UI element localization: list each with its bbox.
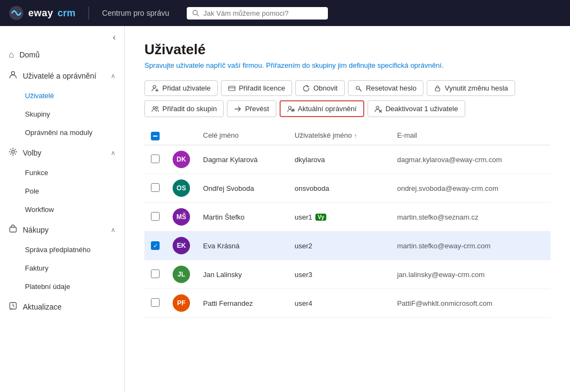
obnovit-label: Obnovit xyxy=(313,84,338,92)
row-avatar-cell: JL xyxy=(166,260,197,289)
row-username: dkylarova xyxy=(288,145,391,174)
top-header: eway crm Centrum pro správu xyxy=(0,0,570,26)
add-user-icon xyxy=(151,85,159,92)
chevron-up-icon: ∧ xyxy=(111,72,116,80)
resetovat-button[interactable]: Resetovat heslo xyxy=(348,80,423,96)
row-name: Eva Krásná xyxy=(197,232,288,260)
sidebar-item-domu[interactable]: ⌂ Domů xyxy=(0,44,124,65)
sidebar-toggle-area: ‹ xyxy=(0,26,124,44)
transfer-icon xyxy=(234,105,242,113)
sidebar-toggle-button[interactable]: ‹ xyxy=(113,33,116,42)
obnovit-button[interactable]: Obnovit xyxy=(295,80,345,96)
row-username: user1Vy xyxy=(288,203,391,232)
lock-icon xyxy=(434,85,441,92)
row-email: martin.stefko@seznam.cz xyxy=(390,203,550,232)
sidebar-item-nakupy[interactable]: Nákupy ∧ xyxy=(0,219,124,241)
aktualni-opravneni-button[interactable]: Aktuální oprávnění xyxy=(280,100,364,117)
sidebar-item-uzivatele-opravneni[interactable]: Uživatelé a oprávnění ∧ xyxy=(0,65,124,87)
priradit-skupiny-button[interactable]: Přiřadit do skupin xyxy=(144,100,224,117)
row-checkbox[interactable] xyxy=(151,298,160,307)
deactivate-icon xyxy=(375,105,382,113)
page-subtitle: Spravujte uživatele napříč vaší firmou. … xyxy=(144,61,550,69)
sidebar-sub-uzivatele[interactable]: Uživatelé xyxy=(0,87,124,105)
sidebar-item-volby[interactable]: Volby ∧ xyxy=(0,142,124,164)
sidebar-sub-funkce[interactable]: Funkce xyxy=(0,164,124,182)
row-email: dagmar.kylarova@eway-crm.com xyxy=(390,145,550,174)
svg-point-18 xyxy=(376,106,379,109)
row-checkbox-checked[interactable]: ✓ xyxy=(151,241,160,250)
avatar: OS xyxy=(173,179,190,197)
row-avatar-cell: OS xyxy=(166,174,197,203)
search-box[interactable] xyxy=(187,7,328,20)
sidebar-item-aktualizace[interactable]: Aktualizace xyxy=(0,296,124,318)
row-checkbox-cell xyxy=(144,145,166,174)
chevron-up-icon3: ∧ xyxy=(111,226,116,234)
svg-point-4 xyxy=(12,151,15,153)
username-sort[interactable]: Uživatelské jméno ↑ xyxy=(295,131,357,139)
priradit-licence-button[interactable]: Přiřadit licence xyxy=(221,80,292,96)
row-avatar-cell: MŠ xyxy=(166,203,197,232)
row-checkbox[interactable] xyxy=(151,183,160,192)
avatar: DK xyxy=(173,151,190,168)
sidebar-sub-faktury[interactable]: Faktury xyxy=(0,259,124,278)
username-text: onsvoboda xyxy=(295,184,330,192)
th-email: E-mail xyxy=(390,126,550,145)
search-input[interactable] xyxy=(204,9,322,17)
avatar: JL xyxy=(173,266,190,283)
th-username[interactable]: Uživatelské jméno ↑ xyxy=(288,126,391,145)
select-all-checkbox[interactable] xyxy=(151,132,160,140)
main-layout: ‹ ⌂ Domů Uživatelé a oprávnění ∧ Uživate… xyxy=(0,26,570,392)
prevest-button[interactable]: Převést xyxy=(227,100,276,117)
deaktivovat-label: Deaktivovat 1 uživatele xyxy=(385,105,458,113)
header-center-title: Centrum pro správu xyxy=(102,9,169,17)
header-divider xyxy=(88,7,89,20)
row-avatar-cell: DK xyxy=(166,145,197,174)
refresh-icon xyxy=(302,85,310,92)
logo-text: eway xyxy=(28,8,53,19)
row-name: Patti Fernandez xyxy=(197,289,288,318)
th-checkbox xyxy=(144,126,166,145)
deaktivovat-button[interactable]: Deaktivovat 1 uživatele xyxy=(368,100,465,117)
toolbar-row2: Přiřadit do skupin Převést Aktuální oprá… xyxy=(144,100,550,117)
table-row[interactable]: DKDagmar Kylarovádkylarovadagmar.kylarov… xyxy=(144,145,550,174)
sidebar-sub-platebni[interactable]: Platební údaje xyxy=(0,278,124,296)
sidebar-nakupy-label: Nákupy xyxy=(23,226,48,234)
gear-icon xyxy=(9,147,17,158)
table-row[interactable]: ✓EKEva Krásnáuser2martin.stefko@eway-crm… xyxy=(144,232,550,260)
row-username: onsvoboda xyxy=(288,174,391,203)
table-row[interactable]: JLJan Lalinskyuser3jan.lalinsky@eway-crm… xyxy=(144,260,550,289)
sidebar-aktualizace-label: Aktualizace xyxy=(23,303,62,311)
sidebar-sub-workflow[interactable]: Workflow xyxy=(0,201,124,219)
search-icon xyxy=(192,9,199,17)
resetovat-label: Resetovat heslo xyxy=(366,84,416,92)
home-icon: ⌂ xyxy=(9,50,14,60)
update-icon xyxy=(9,301,17,312)
svg-point-16 xyxy=(288,106,291,109)
sidebar-sub-opravneni[interactable]: Oprávnění na moduly xyxy=(0,124,124,142)
table-row[interactable]: MŠMartin Štefkouser1Vymartin.stefko@sezn… xyxy=(144,203,550,232)
row-checkbox[interactable] xyxy=(151,269,160,278)
avatar: EK xyxy=(173,237,190,254)
th-avatar xyxy=(166,126,197,145)
pridat-uzivatele-button[interactable]: Přidat uživatele xyxy=(144,80,218,96)
th-name: Celé jméno xyxy=(197,126,288,145)
row-checkbox[interactable] xyxy=(151,212,160,221)
logo-area: eway crm xyxy=(9,5,75,21)
svg-point-3 xyxy=(11,72,15,75)
row-email: jan.lalinsky@eway-crm.com xyxy=(390,260,550,289)
table-row[interactable]: PFPatti Fernandezuser4PattiF@whklt.onmic… xyxy=(144,289,550,318)
svg-line-2 xyxy=(197,14,198,16)
group-icon xyxy=(151,105,159,113)
sidebar-sub-skupiny[interactable]: Skupiny xyxy=(0,105,124,124)
table-row[interactable]: OSOndřej Svobodaonsvobodaondrej.svoboda@… xyxy=(144,174,550,203)
priradit-skupiny-label: Přiřadit do skupin xyxy=(162,105,217,113)
key-icon xyxy=(355,85,363,92)
vynutit-button[interactable]: Vynutit změnu hesla xyxy=(427,80,515,96)
sidebar-sub-pole[interactable]: Pole xyxy=(0,182,124,201)
svg-point-14 xyxy=(153,106,155,108)
username-text: dkylarova xyxy=(295,156,325,164)
row-avatar-cell: EK xyxy=(166,232,197,260)
avatar: PF xyxy=(173,294,190,312)
sidebar-sub-sprava[interactable]: Správa předplatného xyxy=(0,241,124,259)
row-checkbox[interactable] xyxy=(151,155,160,163)
